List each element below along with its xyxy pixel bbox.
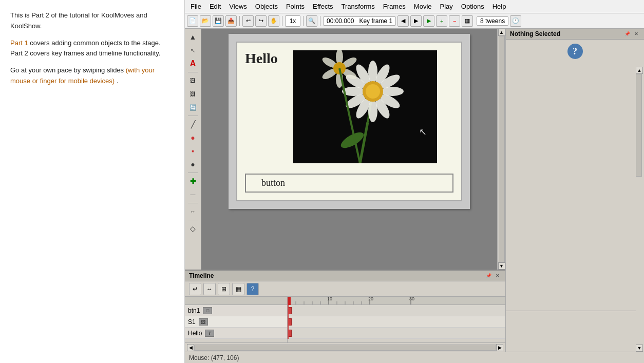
tl-help-button[interactable]: ? bbox=[247, 283, 259, 295]
playhead-top bbox=[288, 297, 291, 305]
pan-button[interactable]: ✋ bbox=[268, 15, 279, 27]
svg-rect-27 bbox=[288, 297, 442, 304]
track-s1-icon: 🖼 bbox=[199, 318, 208, 326]
tl-hscroll-track[interactable] bbox=[194, 345, 496, 351]
frame-options-button[interactable]: ▦ bbox=[462, 15, 473, 27]
tl-grid-button[interactable]: ▦ bbox=[232, 283, 244, 295]
track-s1[interactable]: S1 🖼 bbox=[185, 316, 287, 328]
prev-frame-button[interactable]: ◀ bbox=[397, 15, 409, 27]
tl-hscroll-left[interactable]: ◀ bbox=[187, 344, 194, 351]
right-vscroll-track[interactable] bbox=[636, 74, 642, 177]
add-tool[interactable]: ✚ bbox=[187, 175, 199, 187]
tool-sep-3 bbox=[188, 173, 198, 173]
image2-tool[interactable]: 🖼 bbox=[187, 88, 199, 100]
stage-wrapper[interactable]: ▲ ▼ Hello bbox=[201, 29, 505, 270]
menu-play[interactable]: Play bbox=[437, 2, 457, 11]
content-area: ▲ ↖ A 🖼 🖼 🔄 ╱ ● ▪ ● ✚ ─ ↔ bbox=[185, 29, 644, 352]
track-hello[interactable]: Hello T bbox=[185, 328, 287, 339]
right-panel-header-buttons: 📌 ✕ bbox=[623, 30, 640, 37]
select-tool[interactable]: ▲ bbox=[187, 31, 199, 43]
menu-transforms[interactable]: Transforms bbox=[338, 2, 378, 11]
tl-goto-button[interactable]: ↵ bbox=[189, 283, 201, 295]
frame-row-s1[interactable] bbox=[288, 316, 505, 328]
track-btn1-icon: □ bbox=[203, 307, 212, 314]
tool-sep-1 bbox=[188, 72, 198, 72]
tool-sep-5 bbox=[188, 220, 198, 220]
mouse-coords: Mouse: (477, 106) bbox=[189, 354, 239, 361]
stretch-tool[interactable]: ↔ bbox=[187, 205, 199, 218]
track-btn1[interactable]: btn1 □ bbox=[185, 305, 287, 316]
export-button[interactable]: 📤 bbox=[225, 15, 237, 27]
frames-body bbox=[288, 305, 505, 339]
timeline-frames[interactable]: 10 20 30 bbox=[288, 297, 505, 342]
arrow-tool[interactable]: ↖ bbox=[187, 44, 199, 56]
paragraph-3: Go at your own pace by swiping slides (w… bbox=[10, 65, 174, 87]
rect-tool[interactable]: ▪ bbox=[187, 145, 199, 157]
zoom-in-button[interactable]: 🔍 bbox=[306, 15, 317, 27]
frames-ruler: 10 20 30 bbox=[288, 297, 505, 305]
right-vscroll-up[interactable]: ▲ bbox=[636, 67, 643, 74]
play-button[interactable]: ▶ bbox=[423, 15, 434, 27]
svg-point-17 bbox=[366, 84, 380, 99]
stage-timeline: ▲ ↖ A 🖼 🖼 🔄 ╱ ● ▪ ● ✚ ─ ↔ bbox=[185, 29, 505, 352]
tl-stretch-button[interactable]: ↔ bbox=[203, 283, 216, 295]
stage-top-row: Hello bbox=[245, 50, 453, 163]
stage-scroll-area[interactable]: Hello bbox=[201, 29, 497, 270]
timeline-close-button[interactable]: ✕ bbox=[494, 272, 501, 279]
rotate-tool[interactable]: 🔄 bbox=[187, 101, 199, 113]
paragraph-2: Part 1 covers adding common objects to t… bbox=[10, 38, 174, 60]
frame-row-btn1[interactable] bbox=[288, 305, 505, 316]
vscroll-down[interactable]: ▼ bbox=[498, 262, 505, 270]
remove-frame-button[interactable]: − bbox=[449, 15, 460, 27]
part1-link[interactable]: Part 1 bbox=[10, 39, 28, 47]
vertical-scrollbar[interactable]: ▲ ▼ bbox=[497, 29, 505, 270]
redo-button[interactable]: ↪ bbox=[255, 15, 267, 27]
menu-effects[interactable]: Effects bbox=[309, 2, 337, 11]
menu-points[interactable]: Points bbox=[282, 2, 308, 11]
circle2-tool[interactable]: ● bbox=[187, 158, 199, 170]
save-button[interactable]: 💾 bbox=[213, 15, 224, 27]
image-tool[interactable]: 🖼 bbox=[187, 74, 199, 87]
diamond-tool[interactable]: ◇ bbox=[187, 222, 199, 235]
open-button[interactable]: 📂 bbox=[200, 15, 211, 27]
tb-sep-2 bbox=[282, 16, 282, 26]
menu-frames[interactable]: Frames bbox=[380, 2, 409, 11]
line-tool[interactable]: ╱ bbox=[187, 118, 199, 130]
add-frame-button[interactable]: + bbox=[436, 15, 447, 27]
timeline-area: Timeline 📌 ✕ ↵ ↔ ⊞ ▦ ? bbox=[185, 270, 505, 352]
zoom-level[interactable]: 1x bbox=[285, 15, 300, 27]
right-panel-pin[interactable]: 📌 bbox=[623, 30, 631, 37]
menu-views[interactable]: Views bbox=[225, 2, 250, 11]
menu-objects[interactable]: Objects bbox=[252, 2, 281, 11]
menu-options[interactable]: Options bbox=[458, 2, 488, 11]
menu-movie[interactable]: Movie bbox=[410, 2, 435, 11]
right-vscroll-down[interactable]: ▼ bbox=[636, 345, 643, 352]
ruler-svg: 10 20 30 bbox=[288, 297, 442, 304]
minus-tool[interactable]: ─ bbox=[187, 188, 199, 201]
circle-tool[interactable]: ● bbox=[187, 131, 199, 144]
menu-edit[interactable]: Edit bbox=[206, 2, 224, 11]
hello-text-object[interactable]: Hello bbox=[245, 50, 278, 67]
timeline-toolbar: ↵ ↔ ⊞ ▦ ? bbox=[185, 281, 505, 297]
timeline-hscroll[interactable]: ◀ ▶ bbox=[185, 342, 505, 352]
undo-button[interactable]: ↩ bbox=[242, 15, 254, 27]
svg-text:30: 30 bbox=[409, 297, 414, 301]
frame-row-hello[interactable] bbox=[288, 328, 505, 339]
timeline-pin-button[interactable]: 📌 bbox=[485, 272, 492, 279]
new-button[interactable]: 📄 bbox=[187, 15, 198, 27]
vscroll-track[interactable] bbox=[499, 36, 505, 262]
flower-image[interactable]: ↖ bbox=[293, 50, 437, 163]
menu-file[interactable]: File bbox=[187, 2, 205, 11]
clock-button[interactable]: 🕐 bbox=[510, 15, 521, 27]
button-object[interactable]: button bbox=[245, 174, 453, 193]
right-vscroll[interactable]: ▲ ▼ bbox=[636, 67, 644, 352]
stage[interactable]: Hello bbox=[229, 34, 470, 209]
tl-hscroll-right[interactable]: ▶ bbox=[496, 344, 503, 351]
menu-help[interactable]: Help bbox=[489, 2, 510, 11]
vscroll-up[interactable]: ▲ bbox=[498, 29, 505, 36]
timeline-header-buttons: 📌 ✕ bbox=[485, 272, 501, 279]
next-frame-button[interactable]: ▶ bbox=[410, 15, 422, 27]
right-panel-close[interactable]: ✕ bbox=[633, 30, 640, 37]
text-tool[interactable]: A bbox=[187, 58, 199, 70]
tl-add-button[interactable]: ⊞ bbox=[218, 283, 230, 295]
